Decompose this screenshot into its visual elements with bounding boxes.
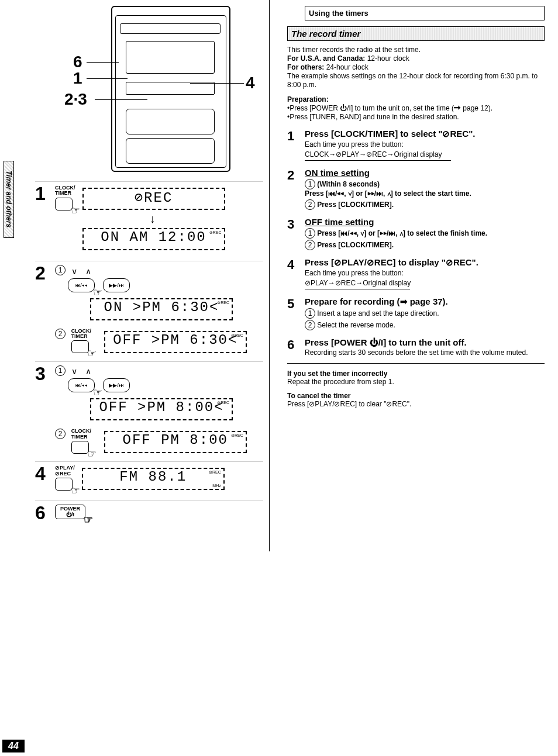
left-step-4: 4 ⊘PLAY/ ⊘REC ☞ FM 88.1⊘RECMHz [35,461,263,500]
clock-timer-label: CLOCK/ TIMER [71,329,92,340]
substep-2-icon: 2 [305,320,315,330]
play-rec-label: ⊘PLAY/ ⊘REC [55,465,75,477]
callout-23: 2·3 [64,90,87,109]
clock-timer-button[interactable]: ☞ [55,198,73,210]
down-caret-icon: ∨ [71,367,77,376]
hand-icon: ☞ [93,386,102,399]
right-column: Using the timers The record timer This t… [270,0,545,551]
lcd-display: OFF >PM 6:30<⊘REC [104,331,247,353]
clock-timer-label: CLOCK/ TIMER [71,429,92,440]
incorrect-block: If you set the timer incorrectly Repeat … [287,370,545,386]
left-step-6: 6 POWER ⏻/I ☞ [35,500,263,551]
substep-2-icon: 2 [55,429,66,439]
step-title: Prepare for recording (➡ page 37). [305,296,545,307]
step-title: Press [CLOCK/TIMER] to select "⊘REC". [305,129,545,139]
right-step-2: 2 ON time setting 1 (Within 8 seconds) P… [287,168,545,210]
lcd-display: ON >PM 6:30<⊘REC [90,298,233,320]
substep-1-icon: 1 [305,308,315,319]
step-title: ON time setting [305,168,545,178]
section-title: Using the timers [305,6,545,20]
skip-fwd-button[interactable]: ▶▶/⏭ [103,378,130,392]
lcd-display: FM 88.1⊘RECMHz [82,468,225,490]
substep-1-icon: 1 [55,265,66,275]
hand-icon: ☞ [93,286,102,299]
left-step-1: 1 CLOCK/ TIMER ☞ ⊘REC ↓ ON AM 12:00⊘REC [35,181,263,261]
substep-2-icon: 2 [305,240,315,250]
up-caret-icon: ∧ [85,267,91,276]
hand-icon: ☞ [71,204,80,217]
lcd-display: OFF >PM 8:00<⊘REC [90,398,233,420]
step-number: 2 [35,263,46,284]
up-caret-icon: ∧ [85,367,91,376]
right-step-6: 6 Press [POWER ⏻/I] to turn the unit off… [287,337,545,357]
skip-fwd-button[interactable]: ▶▶/⏭ [103,278,130,292]
substep-2-icon: 2 [55,329,66,339]
right-step-3: 3 OFF time setting 1 Press [⏮/◀◀, ∨] or … [287,217,545,250]
right-step-5: 5 Prepare for recording (➡ page 37). 1 I… [287,296,545,330]
step-number: 3 [35,363,46,385]
stereo-illustration: 6 1 2·3 4 [35,6,263,181]
skip-back-button[interactable]: ⏮/◀◀☞ [68,378,95,392]
down-caret-icon: ∨ [71,267,77,276]
hand-icon: ☞ [84,515,93,526]
right-step-4: 4 Press [⊘PLAY/⊘REC] to display "⊘REC". … [287,257,545,289]
record-timer-heading: The record timer [287,26,545,41]
page-number: 44 [2,740,25,752]
skip-back-button[interactable]: ⏮/◀◀☞ [68,278,95,292]
substep-1-icon: 1 [305,179,315,189]
intro-text: This timer records the radio at the set … [287,46,545,89]
clock-timer-label: CLOCK/ TIMER [55,185,75,196]
hand-icon: ☞ [87,347,97,360]
clock-timer-button[interactable]: ☞ [71,441,89,454]
step-number: 4 [35,463,46,485]
play-rec-button[interactable]: ☞ [55,478,73,491]
hand-icon: ☞ [71,484,80,497]
hand-icon: ☞ [87,447,97,460]
callout-4: 4 [246,74,255,92]
step-title: Press [POWER ⏻/I] to turn the unit off. [305,337,545,347]
power-button[interactable]: POWER ⏻/I ☞ [55,505,85,519]
left-step-2: 2 1 ∨ ∧ ⏮/◀◀☞ ▶▶/⏭ ON >PM 6:30<⊘REC 2 [35,261,263,361]
substep-1-icon: 1 [305,228,315,239]
lcd-display: OFF PM 8:00⊘REC [104,431,247,453]
left-step-3: 3 1 ∨ ∧ ⏮/◀◀☞ ▶▶/⏭ OFF >PM 8:00<⊘REC 2 [35,361,263,462]
side-tab: Timer and others [4,161,14,238]
step-number: 1 [35,183,46,205]
step-title: OFF time setting [305,217,545,227]
down-arrow-icon: ↓ [82,212,223,226]
step-title: Press [⊘PLAY/⊘REC] to display "⊘REC". [305,257,545,268]
step-number: 6 [35,502,46,524]
substep-2-icon: 2 [305,199,315,210]
substep-1-icon: 1 [55,365,66,376]
lcd-display: ⊘REC [82,188,225,210]
callout-1: 1 [73,69,82,88]
lcd-display: ON AM 12:00⊘REC [82,228,225,250]
left-column: 6 1 2·3 4 1 CLOCK/ TIMER ☞ ⊘REC [35,0,270,551]
clock-timer-button[interactable]: ☞ [71,340,89,353]
preparation-block: Preparation: •Press [POWER ⏻/I] to turn … [287,95,545,122]
cancel-block: To cancel the timer Press [⊘PLAY/⊘REC] t… [287,392,545,408]
right-step-1: 1 Press [CLOCK/TIMER] to select "⊘REC". … [287,129,545,161]
